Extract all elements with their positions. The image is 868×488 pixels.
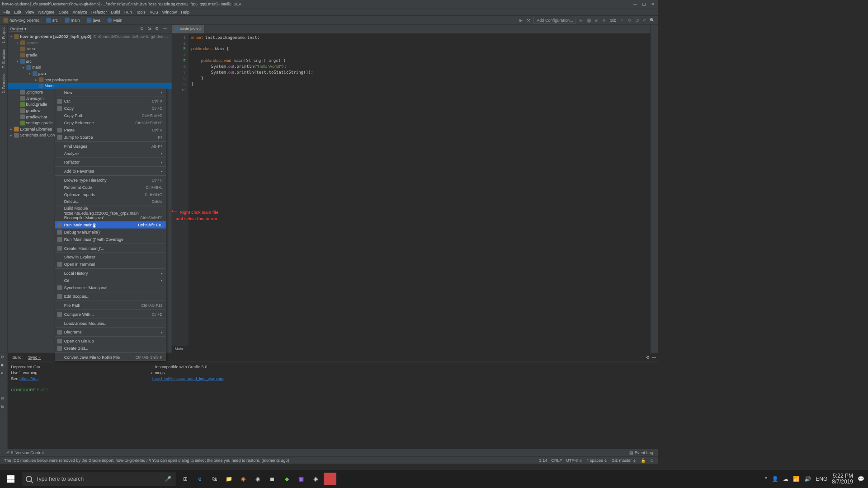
menu-item[interactable]: Diagrams▸ [55,328,166,336]
breadcrumb-class[interactable]: Main [106,18,123,23]
debug-icon[interactable]: ⬤ [585,16,593,24]
menu-item[interactable]: Edit Scopes... [55,293,166,300]
structure-tool-button[interactable]: 7: Structure [1,46,6,71]
menu-item[interactable]: Convert Java File to Kotlin FileCtrl+Alt… [55,353,166,361]
up-icon[interactable]: ↑ [1,379,6,385]
tray-volume-icon[interactable]: 🔊 [804,476,811,482]
menu-item[interactable]: Load/Unload Modules... [55,319,166,327]
project-panel-title[interactable]: Project ▾ [10,27,139,32]
menu-item[interactable]: Reformat CodeCtrl+Alt+L [55,183,166,191]
close-tab-icon[interactable]: × [199,27,202,31]
menu-item[interactable]: CopyCtrl+C [55,105,166,112]
build-tab-build[interactable]: Build: [9,354,25,361]
version-control-tool[interactable]: ⎇ 9: Version Control [2,450,47,455]
vcs-commit-icon[interactable]: ⟳ [626,16,633,24]
menu-window[interactable]: Window [160,9,179,15]
tray-clock[interactable]: 5:22 PM8/7/2019 [832,473,853,485]
vcs-revert-icon[interactable]: ↶ [641,16,648,24]
firefox-icon[interactable]: ◉ [236,470,250,488]
status-branch[interactable]: Git: master ≑ [609,458,638,463]
menu-item[interactable]: Run 'Main.main()' with Coverage [55,236,166,243]
tree-node[interactable]: ▾java [8,70,172,77]
expand-icon[interactable]: ▾ [1,371,6,376]
coverage-icon[interactable]: ▣ [593,16,600,24]
context-menu[interactable]: New▸CutCtrl+XCopyCtrl+CCopy PathCtrl+Shi… [55,89,166,361]
menu-item[interactable]: File PathCtrl+Alt+F12 [55,302,166,309]
tray-chevron-icon[interactable]: ^ [765,476,768,482]
tree-node[interactable]: ▾src [8,58,172,65]
menu-item[interactable]: Build Module 'scse.ntu.edu.sg.cz2002_fsp… [55,207,166,214]
menu-item[interactable]: Jump to SourceF4 [55,134,166,141]
menu-item[interactable]: Create Gist... [55,345,166,352]
menu-analyze[interactable]: Analyze [71,9,89,15]
menu-item[interactable]: Analyze▸ [55,150,166,157]
menu-item[interactable]: Find UsagesAlt+F7 [55,142,166,150]
tree-node[interactable]: ▸.gradle [8,40,172,46]
close-button[interactable]: ✕ [650,1,656,7]
menu-navigate[interactable]: Navigate [36,9,57,15]
app-icon[interactable]: ▣ [294,470,308,488]
store-icon[interactable]: 🛍 [207,470,222,488]
tab-main-java[interactable]: Main.java × [172,25,205,33]
tray-people-icon[interactable]: 👤 [772,476,778,482]
menu-item[interactable]: CutCtrl+X [55,98,166,105]
menu-item[interactable]: Open in Terminal [55,261,166,268]
tree-external-libraries[interactable]: External Libraries [20,127,52,131]
tray-wifi-icon[interactable]: 📶 [793,476,800,482]
start-button[interactable] [0,470,22,488]
event-log-tool[interactable]: ▤ Event Log [627,450,656,455]
vcs-update-icon[interactable]: ✓ [618,16,626,24]
gear-icon[interactable]: ⚙ [155,26,161,32]
menu-item[interactable]: Create 'Main.main()'... [55,244,166,252]
menu-item[interactable]: New▸ [55,89,166,96]
menu-item[interactable]: Show in Explorer [55,253,166,261]
build-output[interactable]: Deprecated Gra incompatible with Gradle … [8,362,658,449]
tree-node[interactable]: ▾main [8,65,172,71]
system-tray[interactable]: ^ 👤 ☁ 📶 🔊 ENG 5:22 PM8/7/2019 💬 [761,473,868,485]
menu-item[interactable]: Copy ReferenceCtrl+Alt+Shift+C [55,119,166,127]
menu-refactor[interactable]: Refactor [90,9,109,15]
hide-icon[interactable]: — [163,26,169,32]
line-gutter[interactable]: 12345678910 [172,33,189,346]
menu-item[interactable]: Recompile 'Main.java'Ctrl+Shift+F9 [55,214,166,221]
menu-view[interactable]: View [24,9,37,15]
breadcrumb-root[interactable]: how-to-git-demo [2,18,41,23]
breadcrumb-java[interactable]: java [85,18,102,23]
task-view-icon[interactable]: ⊞ [178,470,193,488]
menu-item[interactable]: Delete...Delete [55,198,166,205]
project-tool-button[interactable]: 1: Project [1,25,6,46]
menu-item[interactable]: Add to Favorites▸ [55,168,166,175]
sync-icon[interactable]: ⟳ [1,355,6,360]
breadcrumb-main[interactable]: main [63,18,81,23]
gear-icon[interactable]: ⚙ [646,355,650,360]
explorer-icon[interactable]: 📁 [222,470,236,488]
locate-icon[interactable]: ⊙ [140,26,146,32]
menu-item[interactable]: PasteCtrl+V [55,127,166,134]
chrome-icon[interactable]: ◉ [250,470,265,488]
tray-notifications-icon[interactable]: 💬 [858,476,864,482]
menu-edit[interactable]: Edit [12,9,24,15]
maximize-button[interactable]: ▢ [641,1,647,7]
stop-icon[interactable]: ■ [600,16,608,24]
status-inspect-icon[interactable]: ☺ [647,458,656,463]
app-icon[interactable]: ◆ [279,470,294,488]
menu-tools[interactable]: Tools [134,9,147,15]
filter-icon[interactable]: ⧉ [1,395,6,401]
vcs-history-icon[interactable]: ⏱ [633,16,641,24]
intellij-icon[interactable] [324,473,336,485]
tree-icon[interactable]: ⊟ [1,404,6,409]
menu-run[interactable]: Run [122,9,134,15]
status-eol[interactable]: CRLF [549,458,564,463]
tree-root[interactable]: how-to-git-demo [cz2002_fsp6_grp2] [20,34,91,39]
add-configuration-button[interactable]: Add Configuration... [533,17,576,23]
menu-code[interactable]: Code [57,9,71,15]
hammer-icon[interactable]: ⚒ [525,16,533,24]
menu-item[interactable]: Run 'Main.main()'Ctrl+Shift+F10 [55,221,166,229]
menu-vcs[interactable]: VCS [147,9,160,15]
favorites-tool-button[interactable]: 2: Favorites [1,71,6,96]
tree-scratches[interactable]: Scratches and Cons... [20,133,60,138]
menu-item[interactable]: Open on GitHub [55,338,166,345]
tree-node[interactable]: gradle [8,52,172,58]
menu-item[interactable]: Debug 'Main.main()' [55,229,166,236]
build-tab-sync[interactable]: Sync × [25,354,43,361]
